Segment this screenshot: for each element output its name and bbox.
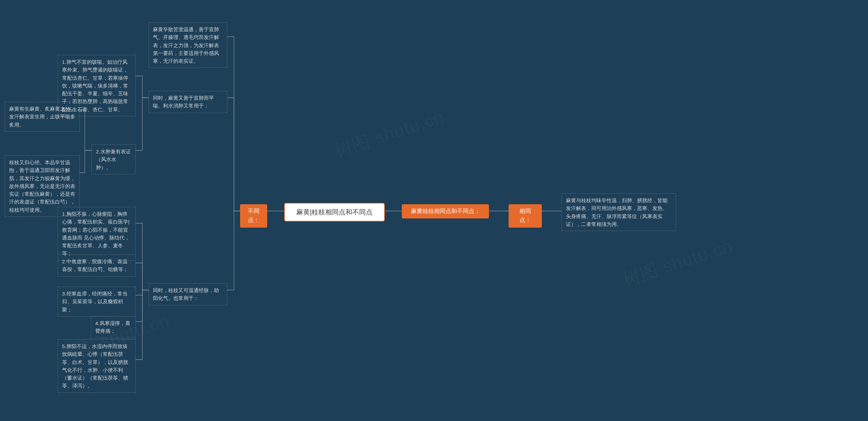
guizhi-also: 同时，桂枝又可温通经脉，助阳化气。也常用于： xyxy=(149,283,227,305)
root-node: 麻黄|桂枝相同点和不同点 xyxy=(284,203,385,222)
mahuang-note: 麻黄有生麻黄、炙麻黄之分，发汗解表宜生用，止咳平喘多炙用。 xyxy=(5,102,80,132)
mahuang-also: 同时，麻黄又善于宣肺而平喘、利水消肿又常用于： xyxy=(149,91,227,113)
guizhi-sub3: 3.经寒血滞，经闭痛经，常当归、吴茱萸等，以及癥瘕积聚； xyxy=(58,287,136,317)
watermark: 树图 shutu.cn xyxy=(619,234,735,292)
mahuang-sub2: 2.水肿兼有表证（风水水肿）。 xyxy=(92,145,136,174)
mahuang-main: 麻黄辛散苦泄温通，善于宣肺气、开腠理、透毛窍而发汗解表，发汗之力强，为发汗解表第… xyxy=(149,22,227,68)
guizhi-sub4: 4.风寒湿痹，肩臂疼痛； xyxy=(91,316,136,338)
diff-label: 不同点： xyxy=(240,204,267,228)
guizhi-sub2: 2.中焦虚寒，脘腹冷痛、喜温喜按，常配伍白芍、饴糖等； xyxy=(58,254,136,276)
watermark: 树图 shutu.cn xyxy=(331,105,447,163)
same-detail: 麻黄与桂枝均味辛性温，归肺、膀胱经，皆能发汗解表，同可用治外感风寒，恶寒、发热、… xyxy=(561,193,676,231)
same-label: 相同点： xyxy=(509,204,542,228)
guizhi-sub5: 5.脾阳不运，水湿内停而致痰饮病眩晕、心悸（常配伍茯苓、白术、甘草），以及膀胱气… xyxy=(58,339,136,393)
guizhi-sub1: 1.胸阳不振，心脉瘀阻，胸痹心痛，常配伍枳实、薤白医学|教育网；若心阳不振，不能… xyxy=(58,207,136,261)
right-branch-label: 麻黄桂枝相同点和不同点： xyxy=(402,204,489,218)
